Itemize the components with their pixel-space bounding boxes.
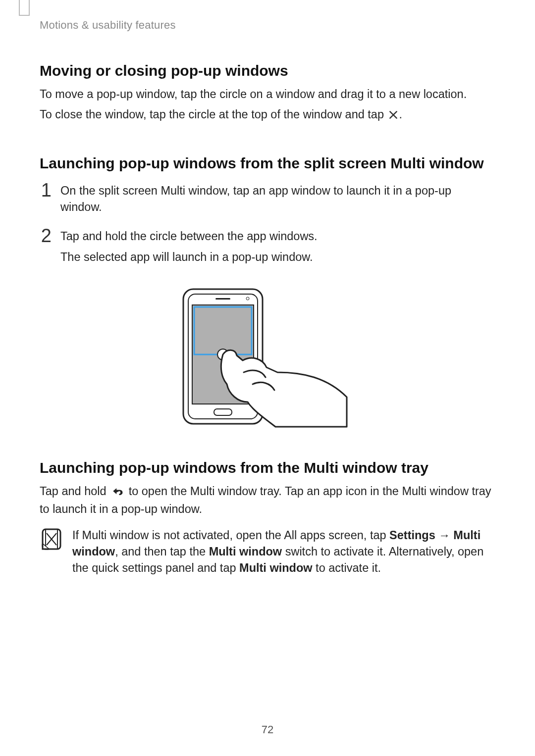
text-fragment: , and then tap the [115, 545, 209, 558]
back-icon [110, 485, 124, 501]
running-header: Motions & usability features [40, 19, 495, 32]
svg-rect-5 [194, 307, 252, 354]
step-number: 1 [40, 181, 52, 220]
page-number: 72 [0, 723, 535, 736]
section-title-moving-closing: Moving or closing pop-up windows [40, 62, 495, 79]
text-fragment: to activate it. [313, 561, 381, 574]
text-fragment: . [399, 108, 403, 121]
step-number: 2 [40, 226, 52, 271]
section-title-multi-window-tray: Launching pop-up windows from the Multi … [40, 459, 495, 476]
svg-rect-7 [214, 409, 232, 415]
step-text: On the split screen Multi window, tap an… [60, 183, 495, 215]
note-icon [40, 527, 63, 553]
bold-label: Multi window [239, 561, 313, 574]
text-fragment: To close the window, tap the circle at t… [40, 108, 387, 121]
svg-rect-2 [215, 298, 230, 300]
manual-page: Motions & usability features Moving or c… [0, 0, 535, 756]
paragraph: To close the window, tap the circle at t… [40, 106, 495, 124]
bold-label: Settings [389, 529, 435, 542]
step-text: The selected app will launch in a pop-up… [60, 249, 318, 265]
bold-label: Multi window [209, 545, 282, 558]
paragraph: Tap and hold to open the Multi window tr… [40, 483, 495, 517]
step-2: 2 Tap and hold the circle between the ap… [40, 228, 495, 271]
note: If Multi window is not activated, open t… [40, 527, 495, 576]
illustration-tap-hold-circle [40, 285, 495, 429]
steps-list: 1 On the split screen Multi window, tap … [40, 183, 495, 271]
section-title-split-screen: Launching pop-up windows from the split … [40, 155, 495, 172]
text-fragment: If Multi window is not activated, open t… [72, 529, 389, 542]
text-fragment: → [435, 529, 454, 542]
note-text: If Multi window is not activated, open t… [72, 527, 495, 576]
step-1: 1 On the split screen Multi window, tap … [40, 183, 495, 220]
text-fragment: Tap and hold [40, 485, 109, 498]
close-icon [388, 108, 398, 124]
tab-decoration [19, 0, 30, 16]
step-text: Tap and hold the circle between the app … [60, 228, 318, 245]
paragraph: To move a pop-up window, tap the circle … [40, 86, 495, 102]
